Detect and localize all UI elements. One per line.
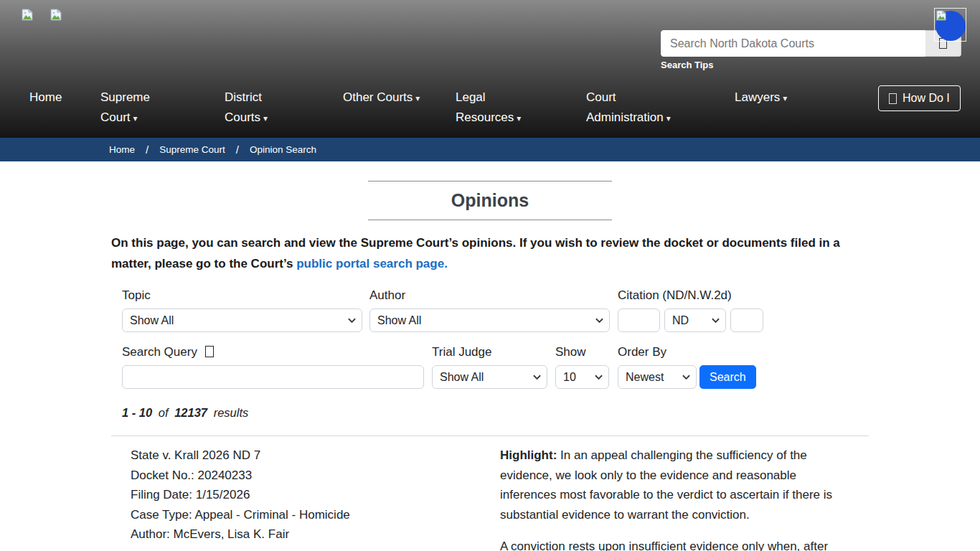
public-portal-link[interactable]: public portal search page. (296, 257, 448, 270)
citation-page-input[interactable] (730, 309, 763, 332)
how-do-i-button[interactable]: How Do I (878, 85, 961, 111)
how-do-i-label: How Do I (903, 92, 950, 105)
highlight-label: Highlight: (500, 448, 557, 462)
nav-label: Lawyers (735, 90, 780, 104)
nav-label: Court Administration (586, 90, 664, 124)
chevron-down-icon: ▾ (517, 113, 521, 123)
author-select-wrap: Show All (369, 309, 610, 332)
trial-judge-field: Trial Judge Show All (432, 345, 547, 389)
results-word: results (214, 406, 249, 419)
nav-item-lawyers[interactable]: Lawyers▾ (735, 88, 792, 108)
nav-item-home[interactable]: Home (29, 88, 62, 108)
broken-image-icon (22, 9, 33, 24)
accessibility-widget[interactable] (934, 8, 966, 42)
result-docket: Docket No.: 20240233 (131, 466, 473, 486)
results-range: 1 - 10 (122, 406, 152, 419)
search-input[interactable] (661, 30, 925, 57)
search-query-field: Search Query (122, 345, 424, 389)
site-header: Search Tips Home Supreme Court▾ District… (0, 0, 980, 138)
chevron-down-icon: ▾ (666, 113, 671, 123)
result-highlight: Highlight: In an appeal challenging the … (500, 446, 839, 551)
show-select[interactable]: 10 (555, 365, 609, 389)
breadcrumb-separator: / (146, 143, 149, 156)
page-title-wrap: Opinions (368, 181, 612, 220)
highlight-paragraph-1: Highlight: In an appeal challenging the … (500, 446, 839, 524)
results-of: of (159, 406, 169, 419)
breadcrumb: Home / Supreme Court / Opinion Search (0, 138, 980, 161)
breadcrumb-supreme-court[interactable]: Supreme Court (159, 144, 225, 155)
breadcrumb-home[interactable]: Home (109, 144, 135, 155)
logo-group (22, 9, 62, 24)
show-field: Show 10 (555, 345, 609, 389)
nav-label: District Courts (225, 90, 262, 124)
citation-reporter-select[interactable]: ND (664, 309, 726, 332)
opinion-search-form: Topic Show All Author Show All (111, 288, 869, 389)
search-tips-link[interactable]: Search Tips (661, 60, 713, 70)
author-label: Author (369, 288, 610, 303)
nav-item-supreme-court[interactable]: Supreme Court▾ (100, 88, 169, 128)
chevron-down-icon: ▾ (263, 113, 268, 123)
order-by-select-wrap: Newest (618, 365, 697, 389)
order-by-select[interactable]: Newest (618, 365, 697, 389)
form-row-2: Search Query Trial Judge Show All Show (122, 345, 858, 389)
nav-label: Home (29, 90, 62, 104)
main-content: Opinions On this page, you can search an… (111, 181, 869, 551)
highlight-paragraph-2: A conviction rests upon insufficient evi… (500, 537, 839, 551)
author-select[interactable]: Show All (369, 309, 610, 332)
citation-volume-input[interactable] (618, 309, 660, 332)
topic-select[interactable]: Show All (122, 309, 362, 332)
search-query-label: Search Query (122, 345, 424, 359)
trial-judge-select-wrap: Show All (432, 365, 547, 389)
show-select-wrap: 10 (555, 365, 609, 389)
nav-label: Other Courts (343, 90, 413, 104)
broken-image-icon (936, 10, 946, 24)
nav-item-district-courts[interactable]: District Courts▾ (225, 88, 296, 128)
missing-glyph-icon (889, 93, 897, 104)
result-author: Author: McEvers, Lisa K. Fair (131, 524, 473, 545)
nav-label: Supreme Court (100, 90, 150, 124)
chevron-down-icon: ▾ (783, 93, 787, 103)
page-title: Opinions (368, 190, 612, 211)
nav-item-court-administration[interactable]: Court Administration▾ (586, 88, 690, 128)
citation-group: ND (618, 309, 763, 332)
main-nav: Home Supreme Court▾ District Courts▾ Oth… (0, 80, 980, 135)
header-search (661, 30, 961, 57)
form-row-1: Topic Show All Author Show All (122, 288, 858, 332)
result-filing-date: Filing Date: 1/15/2026 (131, 485, 473, 505)
search-query-label-text: Search Query (122, 345, 197, 359)
order-by-label: Order By (618, 345, 697, 359)
intro-text: On this page, you can search and view th… (111, 233, 869, 274)
form-search-button[interactable]: Search (699, 365, 756, 389)
citation-field: Citation (ND/N.W.2d) ND (618, 288, 763, 332)
show-label: Show (555, 345, 609, 359)
chevron-down-icon: ▾ (133, 113, 138, 123)
intro-body: On this page, you can search and view th… (111, 236, 840, 270)
search-query-input[interactable] (122, 365, 424, 389)
nav-label: Legal Resources (456, 90, 514, 124)
result-title-link[interactable]: State v. Krall 2026 ND 7 (131, 446, 473, 466)
author-field: Author Show All (369, 288, 610, 332)
breadcrumb-opinion-search: Opinion Search (250, 144, 316, 155)
trial-judge-select[interactable]: Show All (432, 365, 547, 389)
order-by-field: Order By Newest (618, 345, 697, 389)
results-total: 12137 (174, 406, 207, 419)
nav-item-legal-resources[interactable]: Legal Resources▾ (456, 88, 533, 128)
chevron-down-icon: ▾ (415, 93, 420, 103)
breadcrumb-separator: / (236, 143, 239, 156)
topic-select-wrap: Show All (122, 309, 362, 332)
topic-field: Topic Show All (122, 288, 362, 332)
info-icon[interactable] (205, 346, 214, 357)
logo-link-2[interactable] (50, 9, 62, 24)
trial-judge-label: Trial Judge (432, 345, 547, 359)
result-item: State v. Krall 2026 ND 7 Docket No.: 202… (111, 436, 869, 551)
nav-item-other-courts[interactable]: Other Courts▾ (343, 88, 422, 108)
citation-reporter-wrap: ND (664, 309, 726, 332)
result-case-type: Case Type: Appeal - Criminal - Homicide (131, 505, 473, 525)
logo-link-1[interactable] (22, 9, 33, 24)
result-details: State v. Krall 2026 ND 7 Docket No.: 202… (131, 446, 473, 551)
citation-label: Citation (ND/N.W.2d) (618, 288, 763, 303)
broken-image-icon (50, 9, 62, 24)
results-summary: 1 - 10 of 12137 results (111, 406, 869, 420)
topic-label: Topic (122, 288, 362, 303)
